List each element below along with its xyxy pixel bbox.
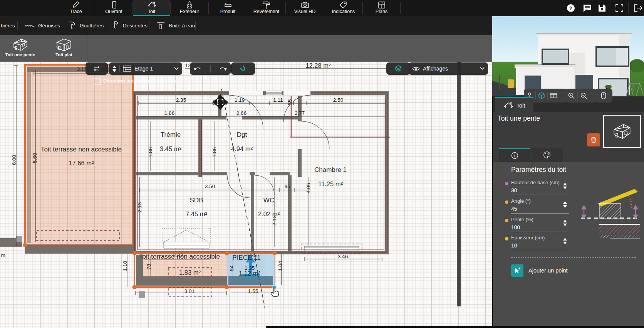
- divider: [17, 21, 18, 30]
- tab-plans[interactable]: Plans: [363, 0, 400, 16]
- ribbon-item-faitieres[interactable]: bières: [1, 16, 15, 35]
- facade-view-icon[interactable]: [550, 93, 557, 99]
- level-stepper[interactable]: [112, 66, 116, 72]
- tab-revetement[interactable]: Revêtement: [247, 0, 285, 16]
- tab-indications[interactable]: Indications: [324, 0, 362, 16]
- swap-icon: [93, 65, 101, 72]
- thickness-stepper[interactable]: [563, 238, 567, 244]
- terrace-roof-1[interactable]: [25, 65, 133, 245]
- base-height-input[interactable]: 30: [511, 187, 517, 193]
- dim-label: 1.55: [248, 288, 258, 294]
- toit-une-pente-button[interactable]: Toit une pente: [0, 35, 40, 62]
- canvas-scrollbar[interactable]: [457, 62, 461, 306]
- tab-produit[interactable]: Produit: [209, 0, 247, 16]
- toit-plat-button[interactable]: Toit plat: [41, 35, 87, 62]
- info-icon: [511, 152, 518, 159]
- ribbon-item-genoises[interactable]: Génoises: [25, 16, 60, 35]
- auto-detect-checkbox[interactable]: [94, 78, 101, 85]
- thickness-input[interactable]: 10: [511, 242, 517, 249]
- save-button[interactable]: [597, 3, 607, 13]
- base-height-stepper[interactable]: [563, 183, 567, 189]
- divider: [577, 92, 578, 99]
- dim-label: 1.35: [247, 252, 257, 258]
- roof-tools-bar: Toit une pente Toit plat Détection autom…: [0, 35, 492, 62]
- tab-label: Revêtement: [247, 9, 285, 14]
- delete-roof-button[interactable]: [587, 133, 600, 146]
- zoom-out-icon[interactable]: [580, 92, 587, 99]
- 3d-preview[interactable]: [492, 16, 644, 96]
- window: [595, 46, 629, 67]
- field-color-dot: [505, 219, 508, 222]
- divider: [628, 2, 629, 14]
- level-selector[interactable]: Etage 1: [109, 62, 182, 75]
- zoom-in-icon[interactable]: [568, 92, 575, 99]
- divider: [149, 21, 149, 30]
- magnet-snap-button[interactable]: [231, 62, 255, 75]
- panel-tab-materials[interactable]: [531, 148, 563, 162]
- divider: [119, 65, 120, 72]
- help-button[interactable]: ?: [566, 3, 576, 13]
- ribbon-item-boite-a-eau[interactable]: Boite à eau: [156, 16, 195, 35]
- tab-label: Ouvrant: [95, 9, 132, 14]
- gouttieres-icon: [68, 21, 76, 30]
- tab-visuel-hd[interactable]: Visuel HD: [286, 0, 324, 16]
- divider: [105, 21, 105, 30]
- trash-icon: [590, 136, 597, 143]
- tab-ouvrant[interactable]: Ouvrant: [95, 0, 132, 16]
- divider: [61, 21, 61, 30]
- ribbon-item-label: bières: [1, 23, 15, 29]
- dim-label: 5.60: [32, 153, 38, 163]
- terrace-area: 17.66 m²: [69, 160, 94, 167]
- floor-plan-canvas[interactable]: Trémie 3.45 m² Dgt 4.94 m² Chambre 1 11.…: [0, 62, 492, 328]
- mouse-icon[interactable]: [601, 92, 606, 99]
- redo-icon[interactable]: [219, 65, 227, 72]
- add-point-label[interactable]: Ajouter un point: [528, 267, 568, 274]
- affichages-dropdown[interactable]: Affichages: [409, 62, 488, 75]
- wall: [25, 245, 133, 254]
- monopitch-roof-icon: [611, 122, 633, 141]
- roof-type-thumbnail[interactable]: [603, 115, 641, 148]
- slope-stepper[interactable]: [563, 220, 567, 226]
- pencil-icon: [72, 1, 80, 9]
- fullscreen-button[interactable]: [614, 3, 624, 13]
- ribbon-item-gouttieres[interactable]: Gouttières: [68, 16, 104, 35]
- panel-tab-info[interactable]: [499, 148, 530, 162]
- tab-toit[interactable]: Toit: [133, 0, 170, 16]
- dim-label: 1.11: [273, 97, 283, 103]
- 3d-cube-icon[interactable]: [538, 92, 545, 99]
- layers-button[interactable]: [386, 62, 410, 75]
- dim-label: 1.19: [235, 97, 245, 103]
- field-underline: [511, 213, 569, 214]
- tab-exterieur[interactable]: Extérieur: [171, 0, 208, 16]
- field-color-dot: [505, 237, 508, 241]
- field-label: Angle (°): [511, 198, 531, 204]
- dim-label: 3.50: [205, 183, 215, 189]
- dim-label: 2.13: [272, 215, 277, 225]
- field-label: Pente (%): [511, 217, 533, 222]
- level-label: Etage 1: [134, 66, 153, 72]
- field-underline: [511, 232, 569, 232]
- dim-label: 4.06: [305, 183, 311, 193]
- add-point-button[interactable]: [511, 264, 523, 277]
- panel-tab-toit[interactable]: Toit: [495, 97, 533, 113]
- tool-label: Toit une pente: [0, 52, 40, 57]
- room-name: SDB: [190, 197, 203, 204]
- room-area: 11.25 m²: [318, 180, 343, 188]
- room-area: 4.94 m²: [231, 145, 253, 153]
- 3d-zoom-group: [565, 89, 596, 103]
- floor-plan-svg: [0, 62, 492, 328]
- slope-input[interactable]: 100: [511, 224, 520, 230]
- feedback-button[interactable]: [582, 3, 592, 13]
- exit-icon[interactable]: [634, 3, 644, 13]
- swap-roof-button[interactable]: [86, 62, 108, 75]
- angle-stepper[interactable]: [563, 201, 567, 208]
- app-window: Tracé Ouvrant Toit Extérieur Produit Rev…: [0, 0, 644, 328]
- panel-title: Toit une pente: [498, 114, 540, 123]
- angle-input[interactable]: 45: [511, 206, 517, 212]
- palette-icon: [543, 151, 551, 159]
- selection-handle[interactable]: [23, 243, 27, 247]
- ribbon-item-descentes[interactable]: Descentes: [112, 16, 148, 35]
- dim-label: 2.77: [295, 110, 305, 116]
- undo-icon[interactable]: [193, 65, 202, 72]
- tab-trace[interactable]: Tracé: [57, 0, 95, 16]
